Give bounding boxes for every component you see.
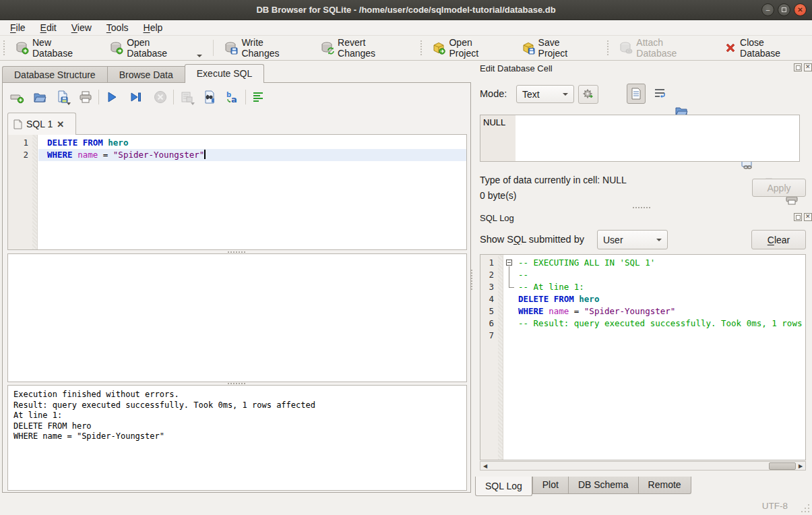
pane-splitter-handle[interactable] bbox=[471, 270, 474, 290]
menu-file[interactable]: File bbox=[3, 21, 33, 34]
open-project-button[interactable]: Open Project bbox=[427, 34, 509, 61]
main-tab-bar: Database Structure Browse Data Execute S… bbox=[2, 64, 264, 83]
line-number: 2 bbox=[8, 149, 37, 161]
log-line bbox=[504, 330, 805, 342]
save-project-icon bbox=[522, 41, 535, 55]
cell-value: NULL bbox=[483, 117, 505, 127]
maximize-icon bbox=[782, 7, 786, 12]
log-horizontal-scrollbar[interactable]: ◀ ▶ bbox=[480, 461, 806, 471]
sql-log-filter-label: Show SQL submitted by bbox=[480, 234, 584, 245]
message-line: Execution finished without errors. bbox=[13, 390, 461, 400]
execute-current-line-button[interactable] bbox=[127, 88, 145, 106]
sql-file-icon bbox=[13, 119, 22, 129]
sql-log-view[interactable]: 1 2 3 4 5 6 7 -- EXECUTING ALL IN 'SQL 1… bbox=[480, 254, 806, 460]
fold-collapse-icon[interactable] bbox=[506, 260, 512, 266]
menu-tools[interactable]: Tools bbox=[99, 21, 136, 34]
mode-select[interactable]: Text bbox=[516, 85, 574, 103]
tab-db-schema[interactable]: DB Schema bbox=[568, 477, 638, 494]
tab-execute-sql[interactable]: Execute SQL bbox=[185, 64, 265, 83]
open-sql-file-button[interactable] bbox=[31, 88, 49, 106]
tab-remote[interactable]: Remote bbox=[638, 477, 691, 494]
bottom-dock-tabs: SQL Log Plot DB Schema Remote bbox=[475, 477, 691, 496]
menu-edit[interactable]: Edit bbox=[33, 21, 64, 34]
sql-code-editor[interactable]: 1 2 DELETE FROM hero WHERE name = "Spide… bbox=[7, 134, 467, 250]
scroll-left-arrow[interactable]: ◀ bbox=[480, 462, 490, 470]
open-database-button[interactable]: Open Database bbox=[104, 34, 208, 61]
title-bar: DB Browser for SQLite - /home/user/code/… bbox=[0, 0, 812, 20]
word-wrap-button[interactable] bbox=[651, 85, 668, 102]
find-icon[interactable] bbox=[201, 88, 218, 106]
tab-plot[interactable]: Plot bbox=[532, 477, 568, 494]
open-database-dropdown-arrow[interactable] bbox=[197, 55, 202, 57]
format-sql-icon[interactable] bbox=[250, 88, 268, 106]
float-panel-icon[interactable] bbox=[794, 213, 802, 221]
scrollbar-thumb[interactable] bbox=[769, 462, 796, 470]
mode-label: Mode: bbox=[480, 88, 507, 99]
text-cursor bbox=[204, 150, 206, 159]
revert-changes-icon bbox=[321, 41, 334, 55]
splitter-handle[interactable] bbox=[630, 206, 653, 209]
save-project-button[interactable]: Save Project bbox=[516, 34, 597, 61]
apply-button: Apply bbox=[752, 179, 806, 197]
maximize-button[interactable] bbox=[778, 3, 790, 16]
sql-editor-toolbar: ba bbox=[8, 87, 268, 107]
print-button[interactable] bbox=[77, 88, 94, 106]
find-replace-icon[interactable]: ba bbox=[224, 88, 241, 106]
tab-browse-data[interactable]: Browse Data bbox=[107, 66, 185, 83]
sql-document-tab[interactable]: SQL 1 ✕ bbox=[7, 113, 76, 135]
close-button[interactable]: ✕ bbox=[794, 3, 807, 16]
new-database-button[interactable]: New Database bbox=[10, 34, 99, 61]
toolbar-drag-handle[interactable] bbox=[420, 40, 424, 55]
stop-button bbox=[152, 88, 169, 106]
editor-code-area[interactable]: DELETE FROM hero WHERE name = "Spider-Yo… bbox=[38, 135, 466, 249]
menu-help[interactable]: Help bbox=[136, 21, 170, 34]
new-sql-tab-button[interactable] bbox=[8, 88, 26, 106]
close-tab-icon[interactable]: ✕ bbox=[57, 119, 64, 129]
message-line: WHERE name = "Spider-Youngster" bbox=[13, 431, 461, 442]
auto-switch-mode-button[interactable] bbox=[578, 85, 598, 104]
sql-tab-label: SQL 1 bbox=[26, 119, 53, 129]
write-changes-button[interactable]: Write Changes bbox=[219, 34, 309, 61]
line-number: 4 bbox=[480, 293, 503, 305]
sql-log-dock-buttons bbox=[794, 213, 812, 221]
execution-message-pane[interactable]: Execution finished without errors. Resul… bbox=[7, 385, 467, 491]
tab-sql-log[interactable]: SQL Log bbox=[475, 477, 532, 496]
clear-log-button[interactable]: Clear bbox=[751, 230, 806, 249]
fold-guide-line bbox=[509, 266, 509, 287]
sql-log-source-select[interactable]: User bbox=[597, 230, 668, 249]
resize-grip[interactable] bbox=[801, 504, 809, 512]
main-toolbar: New Database Open Database Write Changes… bbox=[0, 36, 812, 61]
close-database-icon bbox=[724, 42, 737, 54]
close-panel-icon[interactable] bbox=[804, 63, 812, 71]
tab-database-structure[interactable]: Database Structure bbox=[2, 66, 107, 83]
write-changes-icon bbox=[224, 41, 238, 55]
toolbar-drag-handle[interactable] bbox=[607, 40, 611, 55]
save-dropdown-arrow[interactable] bbox=[67, 102, 71, 105]
float-panel-icon[interactable] bbox=[794, 63, 802, 71]
menu-view[interactable]: View bbox=[64, 21, 99, 34]
text-view-button[interactable] bbox=[627, 84, 646, 104]
message-line: DELETE FROM hero bbox=[13, 421, 461, 432]
results-pane[interactable] bbox=[7, 253, 467, 382]
encoding-indicator[interactable]: UTF-8 bbox=[762, 501, 788, 511]
status-bar: UTF-8 bbox=[0, 495, 812, 515]
message-line: At line 1: bbox=[13, 411, 461, 421]
revert-changes-button[interactable]: Revert Changes bbox=[315, 34, 410, 61]
attach-database-button: Attach Database bbox=[614, 34, 711, 61]
cell-type-text: Type of data currently in cell: NULL bbox=[480, 175, 627, 185]
toolbar-separator bbox=[245, 90, 246, 104]
close-database-button[interactable]: Close Database bbox=[719, 34, 812, 61]
line-number: 1 bbox=[480, 257, 503, 269]
close-panel-icon[interactable] bbox=[804, 213, 812, 221]
minimize-button[interactable]: – bbox=[761, 3, 774, 16]
execute-all-button[interactable] bbox=[103, 88, 121, 106]
toolbar-drag-handle[interactable] bbox=[3, 40, 7, 55]
window-controls: – ✕ bbox=[761, 3, 807, 16]
scroll-right-arrow[interactable]: ▶ bbox=[796, 462, 805, 470]
execute-sql-page: ba SQL 1 ✕ 1 2 DELETE FROM hero WHERE na… bbox=[2, 82, 471, 493]
cell-value-editor[interactable]: NULL bbox=[480, 115, 800, 162]
sql-log-title: SQL Log bbox=[480, 212, 514, 223]
log-line: DELETE FROM hero bbox=[504, 293, 805, 305]
log-code-area: -- EXECUTING ALL IN 'SQL 1' -- -- At lin… bbox=[504, 255, 805, 460]
save-sql-file-button[interactable] bbox=[54, 88, 71, 106]
